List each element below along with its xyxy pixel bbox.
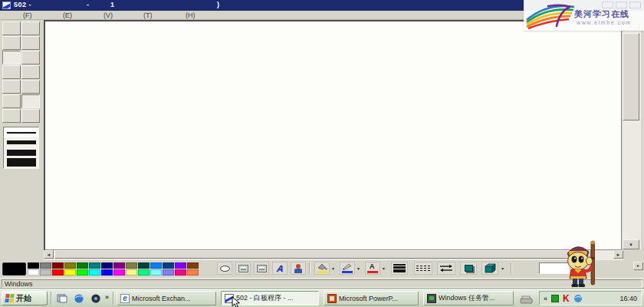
tool-button[interactable] xyxy=(2,80,21,94)
tool-button[interactable] xyxy=(21,109,40,123)
color-swatch[interactable] xyxy=(77,269,88,276)
tool-button[interactable] xyxy=(2,109,21,123)
quick-launch-overflow-chevron[interactable]: » xyxy=(105,293,109,301)
color-swatch[interactable] xyxy=(163,269,174,276)
show-desktop-icon[interactable] xyxy=(57,293,67,304)
windows-logo-icon xyxy=(5,294,15,302)
start-button[interactable]: 开始 xyxy=(2,291,48,305)
tool-button[interactable] xyxy=(2,21,21,35)
green-square-tray-icon[interactable] xyxy=(551,295,559,302)
current-color-indicator[interactable] xyxy=(2,262,26,276)
horizontal-scrollbar[interactable]: ◄ ► xyxy=(44,250,623,260)
insert-picture-icon[interactable] xyxy=(235,262,251,275)
horizontal-scroll-thumb[interactable] xyxy=(54,250,591,259)
line-width-option-selected[interactable] xyxy=(4,127,38,137)
tool-button-selected[interactable] xyxy=(21,94,40,108)
tool-palette xyxy=(2,21,40,123)
window-title-number: 1 xyxy=(110,1,115,8)
scroll-left-button[interactable]: ◄ xyxy=(44,250,54,259)
menu-file[interactable]: (F) xyxy=(23,12,32,19)
line-style-icon[interactable] xyxy=(391,262,408,275)
fill-color-icon[interactable] xyxy=(314,262,330,275)
color-swatch[interactable] xyxy=(187,262,199,269)
media-player-icon[interactable] xyxy=(90,293,101,304)
menu-tools[interactable]: (T) xyxy=(143,12,153,19)
kaspersky-tray-icon[interactable]: K xyxy=(563,294,570,303)
tool-button[interactable] xyxy=(21,21,40,35)
color-swatch[interactable] xyxy=(28,262,39,269)
color-swatch[interactable] xyxy=(175,262,186,269)
tool-button[interactable] xyxy=(2,94,21,108)
color-swatch[interactable] xyxy=(150,269,162,276)
tool-button[interactable] xyxy=(2,36,21,50)
vertical-scroll-thumb[interactable] xyxy=(623,33,639,120)
exchange-icon: e xyxy=(120,294,130,303)
status-text: Windows xyxy=(2,279,642,288)
tool-button[interactable] xyxy=(21,36,40,50)
line-width-option[interactable] xyxy=(4,137,38,147)
menu-view[interactable]: (V) xyxy=(104,12,113,19)
maximize-button-ghost xyxy=(616,2,627,8)
color-swatch[interactable] xyxy=(138,269,150,276)
scroll-down-button[interactable]: ▼ xyxy=(623,239,639,249)
shadow-style-icon[interactable] xyxy=(460,262,477,275)
taskbar-separator xyxy=(113,292,114,305)
line-width-option[interactable] xyxy=(4,157,38,167)
color-swatch[interactable] xyxy=(89,269,100,276)
messenger-tray-icon[interactable] xyxy=(573,294,583,303)
drawing-canvas[interactable] xyxy=(44,20,622,250)
color-swatch[interactable] xyxy=(40,262,51,269)
task-button-task-manager[interactable]: Windows 任务管... xyxy=(423,291,514,305)
tool-button[interactable] xyxy=(2,65,21,79)
color-swatch[interactable] xyxy=(126,269,137,276)
color-swatch[interactable] xyxy=(77,262,88,269)
line-color-icon[interactable] xyxy=(340,262,355,275)
color-swatch[interactable] xyxy=(89,262,100,269)
tool-button[interactable] xyxy=(21,65,40,79)
arrow-style-icon[interactable] xyxy=(437,262,455,275)
color-swatch[interactable] xyxy=(52,262,64,269)
menu-help[interactable]: (H) xyxy=(186,12,196,19)
color-swatch[interactable] xyxy=(138,262,150,269)
color-swatch[interactable] xyxy=(101,269,113,276)
internet-explorer-icon[interactable] xyxy=(74,293,84,304)
tool-button-selected[interactable] xyxy=(2,51,21,64)
insert-picture-icon[interactable] xyxy=(254,262,269,275)
color-swatch[interactable] xyxy=(52,269,64,276)
3d-style-dropdown[interactable]: ▾ xyxy=(499,262,506,275)
color-swatch[interactable] xyxy=(113,262,125,269)
font-color-dropdown[interactable]: ▾ xyxy=(380,262,387,275)
dash-style-icon[interactable] xyxy=(414,262,432,275)
color-swatch[interactable] xyxy=(101,262,113,269)
close-button-ghost xyxy=(629,2,641,8)
color-swatch[interactable] xyxy=(175,269,186,276)
color-swatch[interactable] xyxy=(64,262,76,269)
task-button-powerpoint[interactable]: Microsoft PowerP... xyxy=(324,291,419,305)
vertical-scrollbar[interactable]: ▲ ▼ xyxy=(623,21,641,249)
color-swatch[interactable] xyxy=(187,269,199,276)
toolbar-overflow-button[interactable]: ► xyxy=(633,262,643,270)
color-swatch[interactable] xyxy=(113,269,125,276)
color-swatch[interactable] xyxy=(126,262,137,269)
window-title-separator: - xyxy=(87,1,90,8)
tool-button[interactable] xyxy=(21,80,40,94)
tool-button[interactable] xyxy=(21,51,40,64)
scroll-right-button[interactable]: ► xyxy=(613,250,623,259)
task-button-exchange[interactable]: e Microsoft Exchan... xyxy=(117,291,216,305)
wordart-icon[interactable]: A xyxy=(272,262,288,275)
color-swatch[interactable] xyxy=(64,269,76,276)
line-width-option[interactable] xyxy=(4,147,38,157)
font-color-icon[interactable]: A xyxy=(365,262,380,275)
3d-style-icon[interactable] xyxy=(481,262,498,275)
printer-tray-icon[interactable] xyxy=(520,294,533,307)
clipart-icon[interactable] xyxy=(291,262,306,275)
color-swatch[interactable] xyxy=(40,269,51,276)
line-color-dropdown[interactable]: ▾ xyxy=(355,262,362,275)
fill-color-dropdown[interactable]: ▾ xyxy=(330,262,337,275)
tray-expand-chevron[interactable]: « xyxy=(544,295,547,302)
ellipse-tool-icon[interactable] xyxy=(217,262,232,275)
color-swatch[interactable] xyxy=(150,262,162,269)
menu-edit[interactable]: (E) xyxy=(63,12,72,19)
color-swatch[interactable] xyxy=(163,262,174,269)
color-swatch[interactable] xyxy=(28,269,39,276)
